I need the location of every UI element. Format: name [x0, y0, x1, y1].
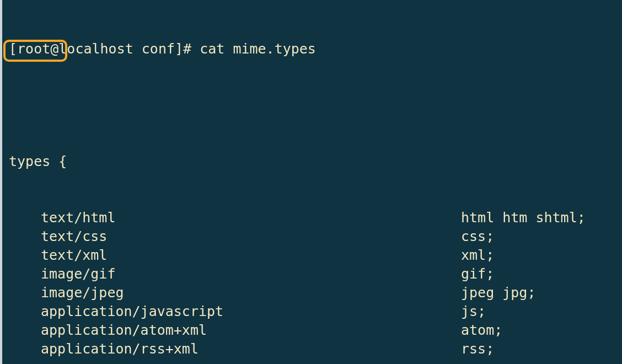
mime-type: image/jpeg [41, 283, 461, 302]
mime-row: text/csscss; [41, 227, 620, 246]
mime-type: text/css [41, 227, 461, 246]
mime-row: application/rss+xmlrss; [41, 340, 620, 358]
mime-extensions: atom; [461, 321, 502, 340]
mime-type: application/rss+xml [41, 340, 461, 358]
mime-extensions: css; [461, 227, 494, 246]
mime-type-list: text/htmlhtml htm shtml;text/csscss;text… [9, 208, 620, 364]
blank-line [9, 96, 620, 115]
terminal-output: [root@localhost conf]# cat mime.types ty… [2, 2, 620, 364]
left-gutter [0, 0, 2, 364]
shell-prompt-line: [root@localhost conf]# cat mime.types [9, 40, 620, 58]
mime-extensions: html htm shtml; [461, 208, 586, 227]
mime-row: image/gifgif; [41, 265, 620, 283]
mime-row: application/javascriptjs; [41, 302, 620, 321]
types-open-brace: types { [9, 152, 620, 171]
mime-extensions: rss; [461, 340, 494, 358]
mime-type: text/html [41, 208, 461, 227]
mime-extensions: jpeg jpg; [461, 283, 535, 302]
mime-type: application/atom+xml [41, 321, 461, 340]
mime-type: image/gif [41, 265, 461, 283]
mime-row: application/atom+xmlatom; [41, 321, 620, 340]
mime-row: text/xmlxml; [41, 246, 620, 265]
mime-type: text/xml [41, 246, 461, 265]
blank-line [41, 358, 620, 364]
mime-type: application/javascript [41, 302, 461, 321]
mime-extensions: gif; [461, 265, 494, 283]
mime-row: image/jpegjpeg jpg; [41, 283, 620, 302]
mime-row: text/htmlhtml htm shtml; [41, 208, 620, 227]
mime-extensions: xml; [461, 246, 494, 265]
mime-extensions: js; [461, 302, 486, 321]
